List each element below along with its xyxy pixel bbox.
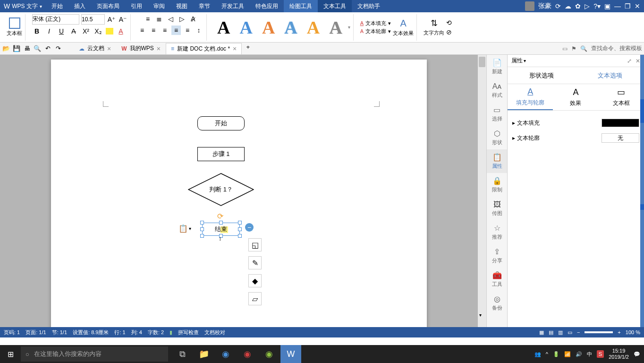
- search-placeholder[interactable]: 查找命令、搜索模板: [591, 44, 642, 52]
- resize-handle-br[interactable]: [238, 234, 242, 238]
- minimize-icon[interactable]: —: [614, 2, 621, 10]
- menu-tab-chapter[interactable]: 章节: [193, 0, 216, 12]
- flowchart-end-shape-selected[interactable]: 结束 ⟳ − ↕: [202, 223, 240, 236]
- battery-icon[interactable]: 🔋: [553, 351, 559, 357]
- close-tab-icon[interactable]: ×: [107, 45, 111, 52]
- scroll-down-icon[interactable]: ▾: [479, 312, 482, 318]
- wifi-icon[interactable]: 📶: [564, 351, 571, 357]
- zoom-in-button[interactable]: +: [618, 329, 620, 335]
- subtab-textbox[interactable]: ▭ 文本框: [599, 84, 644, 110]
- close-tab-icon[interactable]: ×: [157, 45, 161, 52]
- bold-button[interactable]: B: [32, 26, 42, 36]
- status-section[interactable]: 节: 1/1: [52, 329, 67, 336]
- outline-select[interactable]: 无: [602, 133, 639, 143]
- flowchart-step-shape[interactable]: 步骤 1: [197, 147, 245, 161]
- resize-handle-tr[interactable]: [238, 221, 242, 225]
- wps-app-button[interactable]: W: [280, 345, 301, 363]
- zoom-slider[interactable]: [585, 331, 613, 333]
- wordart-style-5[interactable]: A: [303, 17, 323, 38]
- maximize-icon[interactable]: ❐: [625, 2, 631, 10]
- doc-tab-mywps[interactable]: W 我的WPS ×: [116, 43, 166, 54]
- outline-shape-button[interactable]: ▱: [248, 292, 262, 305]
- close-tab-icon[interactable]: ×: [233, 45, 237, 52]
- start-button[interactable]: ⊞: [0, 345, 21, 363]
- strip-marker[interactable]: [640, 99, 644, 123]
- side-share[interactable]: ⇪分享: [487, 244, 507, 268]
- side-tools[interactable]: 🧰工具: [487, 268, 507, 291]
- menu-tab-text-tools[interactable]: 文本工具: [318, 0, 352, 12]
- undo-button[interactable]: ↶: [43, 44, 52, 53]
- side-recommend[interactable]: ☆推荐: [487, 220, 507, 244]
- paste-options-button[interactable]: 📋▾: [178, 224, 191, 233]
- status-line[interactable]: 行: 1: [114, 329, 125, 336]
- side-select[interactable]: ▭选择: [487, 102, 507, 126]
- explorer-button[interactable]: 📁: [194, 345, 214, 363]
- new-tab-button[interactable]: +: [244, 43, 252, 52]
- align-left-button[interactable]: ≡: [137, 26, 147, 35]
- line-spacing-button[interactable]: ↕: [194, 26, 203, 35]
- status-setval[interactable]: 设置值: 8.9厘米: [73, 329, 109, 336]
- menu-tab-reference[interactable]: 引用: [125, 0, 148, 12]
- side-shape[interactable]: ⬡形状: [487, 126, 507, 149]
- fill-shape-button[interactable]: ◆: [248, 274, 262, 287]
- menu-tab-view[interactable]: 视图: [170, 0, 193, 12]
- resize-handle-bl[interactable]: [200, 234, 204, 238]
- bullets-button[interactable]: ≡: [143, 14, 153, 24]
- align-justify-button[interactable]: ≡: [171, 26, 181, 35]
- side-backup[interactable]: ◎备份: [487, 291, 507, 315]
- side-new[interactable]: 📄新建: [487, 55, 507, 78]
- status-pages[interactable]: 页面: 1/1: [25, 329, 46, 336]
- print-button[interactable]: 🖶: [23, 44, 31, 53]
- people-icon[interactable]: 👥: [534, 351, 541, 357]
- redo-button[interactable]: ↷: [54, 44, 62, 53]
- app-dropdown-icon[interactable]: ▾: [40, 4, 42, 9]
- props-dropdown-icon[interactable]: ▾: [524, 58, 526, 63]
- text-fill-button[interactable]: A 文本填充 ▾: [360, 20, 391, 27]
- subtab-fill-outline[interactable]: A 填充与轮廓: [508, 84, 553, 110]
- text-outline-button[interactable]: A 文本轮廓 ▾: [360, 28, 391, 35]
- fill-color-swatch[interactable]: [602, 119, 639, 127]
- flowchart-start-shape[interactable]: 开始: [197, 116, 245, 130]
- ime-button[interactable]: S: [597, 350, 604, 358]
- underline-button[interactable]: U: [57, 26, 66, 36]
- wordart-style-1[interactable]: A: [213, 17, 234, 38]
- resize-handle-tm[interactable]: [219, 221, 223, 225]
- wordart-more-icon[interactable]: ▾: [348, 25, 350, 30]
- vertical-scrollbar[interactable]: ▾: [478, 55, 486, 327]
- decrease-font-icon[interactable]: A⁻: [118, 15, 127, 24]
- status-words[interactable]: 字数: 2: [148, 329, 164, 336]
- ime-indicator[interactable]: 中: [587, 351, 592, 358]
- text-effect-button[interactable]: A 文本效果: [393, 18, 414, 37]
- doc-tab-new[interactable]: ≡ 新建 DOC 文档.doc * ×: [166, 43, 242, 54]
- task-view-button[interactable]: ⧉: [172, 345, 193, 363]
- resize-handle-mr[interactable]: [238, 227, 242, 231]
- rotate-handle[interactable]: ⟳: [217, 212, 223, 221]
- side-properties[interactable]: 📋属性: [487, 149, 507, 173]
- props-row-outline[interactable]: ▸文本轮廓 无: [512, 130, 639, 146]
- avatar[interactable]: [525, 1, 534, 11]
- textbox-button[interactable]: 文本框: [7, 17, 22, 37]
- view-mode-1[interactable]: ▦: [539, 329, 544, 336]
- user-name[interactable]: 张豪: [538, 2, 551, 10]
- increase-font-icon[interactable]: A⁺: [107, 15, 116, 24]
- subtab-effect[interactable]: A 效果: [553, 84, 598, 110]
- props-tab-shape[interactable]: 形状选项: [508, 67, 576, 84]
- subscript-button[interactable]: X₂: [93, 26, 103, 36]
- view-mode-3[interactable]: ▥: [558, 329, 563, 336]
- app-3-button[interactable]: ◉: [259, 345, 280, 363]
- flowchart-decision-shape[interactable]: 判断 1？: [188, 173, 254, 206]
- canvas-area[interactable]: 开始 步骤 1 判断 1？ 结束 ⟳ −: [0, 55, 486, 327]
- help-icon[interactable]: ?▾: [593, 2, 601, 10]
- flag-icon[interactable]: ⚑: [571, 45, 576, 52]
- view-mode-2[interactable]: ▤: [549, 329, 553, 336]
- menu-tab-layout[interactable]: 页面布局: [91, 0, 125, 12]
- menu-tab-assistant[interactable]: 文档助手: [352, 0, 386, 12]
- status-page[interactable]: 页码: 1: [4, 329, 20, 336]
- menu-tab-dev[interactable]: 开发工具: [216, 0, 250, 12]
- clear-format-button[interactable]: A̷: [188, 14, 198, 24]
- wordart-style-4[interactable]: A: [280, 17, 301, 38]
- settings-icon[interactable]: ✿: [575, 2, 581, 10]
- layout-options-button[interactable]: ◱: [248, 238, 262, 251]
- resize-handle-ml[interactable]: [200, 227, 204, 231]
- menu-tab-special[interactable]: 特色应用: [250, 0, 284, 12]
